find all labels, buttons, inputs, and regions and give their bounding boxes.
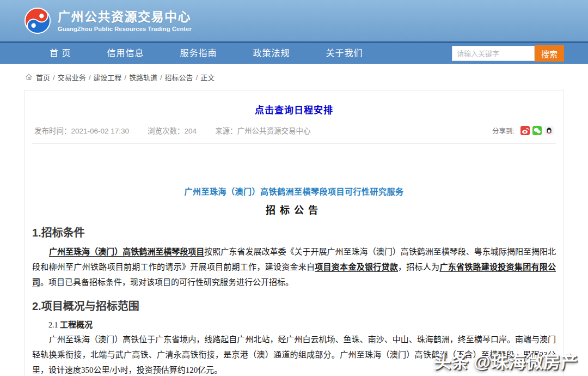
site-title: 广州公共资源交易中心 — [58, 10, 192, 24]
breadcrumb-separator: / — [89, 74, 91, 82]
nav-item[interactable]: 信用信息 — [89, 43, 162, 64]
share-icons — [518, 126, 554, 135]
breadcrumb-separator: / — [124, 74, 126, 82]
breadcrumb-separator: / — [196, 74, 198, 82]
section1-heading: 1.招标条件 — [32, 224, 556, 240]
wechat-icon[interactable] — [532, 126, 542, 135]
nav-items: 首 页信用信息服务指南政策法规关于我们 — [32, 43, 381, 64]
search-button[interactable]: 搜索 — [535, 45, 564, 62]
breadcrumb-separator: / — [160, 74, 162, 82]
qq-icon[interactable] — [544, 126, 554, 135]
breadcrumb-separator: / — [53, 74, 55, 82]
underlined-text: 项目资本金及银行贷款 — [315, 263, 398, 271]
underlined-text: 广州至珠海（澳门）高铁鹤洲至横琴段项目 — [49, 247, 204, 256]
toutiao-watermark: 头条 @珠海微房产 — [434, 348, 578, 373]
content-panel: 点击查询日程安排 发布时间：2021-06-02 17:30 浏览次数：204 … — [24, 90, 564, 376]
main-nav: 首 页信用信息服务指南政策法规关于我们 搜索 — [0, 41, 588, 64]
weibo-icon[interactable] — [520, 126, 530, 135]
source: 来源：广州公共资源交易中心 — [215, 125, 311, 136]
nav-search: 搜索 — [452, 45, 564, 62]
section1-paragraph: 广州至珠海（澳门）高铁鹤洲至横琴段项目按照广东省发展改革委《关于开展广州至珠海（… — [32, 244, 556, 290]
nav-item[interactable]: 政策法规 — [235, 43, 308, 64]
breadcrumb-item[interactable]: 招标公告 — [165, 74, 193, 82]
section2-heading: 2.项目概况与招标范围 — [32, 298, 556, 313]
home-icon — [25, 73, 33, 81]
body-text: ，招标人为 — [398, 263, 439, 271]
article-meta-row: 发布时间：2021-06-02 17:30 浏览次数：204 来源：广州公共资源… — [32, 125, 556, 144]
breadcrumb-item[interactable]: 铁路轨道 — [129, 74, 157, 82]
site-subtitle: GuangZhou Public Resources Trading Cente… — [58, 26, 192, 32]
view-count: 浏览次数：204 — [148, 125, 197, 136]
search-input[interactable] — [452, 46, 535, 61]
article-subtitle: 招标公告 — [32, 202, 556, 216]
article-title: 广州至珠海（澳门）高铁鹤洲至横琴段项目可行性研究服务 — [32, 185, 556, 197]
nav-item[interactable]: 首 页 — [32, 43, 89, 64]
sub-heading-2-1: 2.1 工程概况 — [32, 318, 556, 330]
breadcrumb-item[interactable]: 建设工程 — [93, 74, 121, 82]
breadcrumb-item: 正文 — [200, 74, 215, 82]
breadcrumb-item[interactable]: 首页 — [36, 74, 50, 82]
share-label: 分享到: — [492, 125, 514, 136]
share-row: 分享到: — [492, 125, 554, 136]
nav-item[interactable]: 关于我们 — [308, 43, 381, 64]
site-header: 广州公共资源交易中心 GuangZhou Public Resources Tr… — [0, 0, 588, 41]
breadcrumb: 首页/交易业务/建设工程/铁路轨道/招标公告/正文 — [0, 64, 588, 90]
body-text: 。项目已具备招标条件，现对该项目的可行性研究服务进行公开招标。 — [40, 278, 293, 287]
gprtc-swirl-logo-icon — [24, 7, 51, 34]
nav-item[interactable]: 服务指南 — [162, 43, 235, 64]
schedule-query-link[interactable]: 点击查询日程安排 — [255, 105, 333, 116]
breadcrumb-items: 首页/交易业务/建设工程/铁路轨道/招标公告/正文 — [36, 72, 215, 82]
publish-time: 发布时间：2021-06-02 17:30 — [34, 125, 129, 136]
breadcrumb-item[interactable]: 交易业务 — [58, 74, 86, 82]
schedule-link-row: 点击查询日程安排 — [32, 90, 556, 116]
